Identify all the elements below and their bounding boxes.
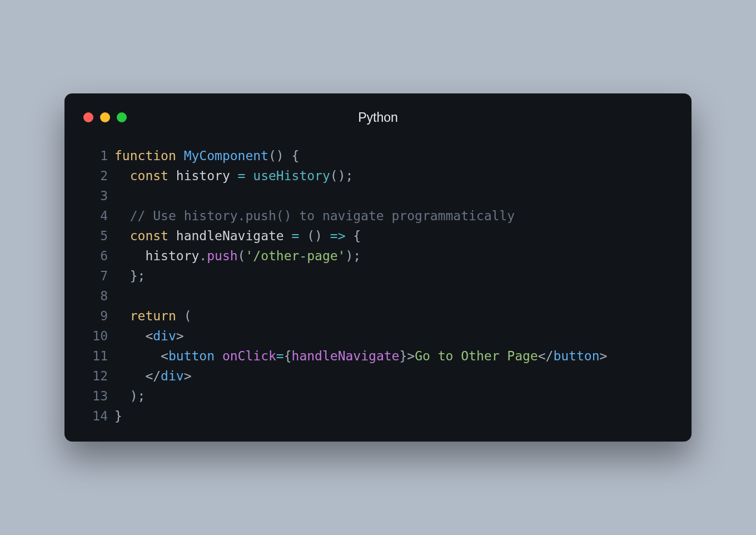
code-text: // Use history.push() to navigate progra…	[108, 206, 515, 226]
code-text: const handleNavigate = () => {	[108, 226, 361, 246]
minimize-icon[interactable]	[100, 112, 110, 122]
code-line: 4 // Use history.push() to navigate prog…	[82, 206, 674, 226]
line-number: 5	[82, 226, 108, 246]
code-text: }	[108, 406, 122, 426]
line-number: 4	[82, 206, 108, 226]
code-line: 5 const handleNavigate = () => {	[82, 226, 674, 246]
code-line: 3	[82, 186, 674, 206]
code-line: 14}	[82, 406, 674, 426]
line-number: 11	[82, 346, 108, 366]
line-number: 7	[82, 266, 108, 286]
code-text: return (	[108, 306, 192, 326]
code-text: <div>	[108, 326, 184, 346]
line-number: 12	[82, 366, 108, 386]
window-title: Python	[358, 110, 398, 125]
code-window: Python 1function MyComponent() {2 const …	[64, 93, 692, 442]
line-number: 1	[82, 146, 108, 166]
code-line: 1function MyComponent() {	[82, 146, 674, 166]
code-block: 1function MyComponent() {2 const history…	[82, 146, 674, 426]
code-text: };	[108, 266, 145, 286]
code-text: <button onClick={handleNavigate}>Go to O…	[108, 346, 607, 366]
code-line: 13 );	[82, 386, 674, 406]
code-text	[108, 286, 115, 306]
line-number: 10	[82, 326, 108, 346]
line-number: 14	[82, 406, 108, 426]
code-text: );	[108, 386, 145, 406]
code-line: 7 };	[82, 266, 674, 286]
code-line: 10 <div>	[82, 326, 674, 346]
line-number: 3	[82, 186, 108, 206]
code-text: </div>	[108, 366, 192, 386]
line-number: 9	[82, 306, 108, 326]
code-text	[108, 186, 115, 206]
code-line: 2 const history = useHistory();	[82, 166, 674, 186]
code-line: 6 history.push('/other-page');	[82, 246, 674, 266]
code-text: history.push('/other-page');	[108, 246, 361, 266]
line-number: 6	[82, 246, 108, 266]
close-icon[interactable]	[83, 112, 93, 122]
titlebar: Python	[82, 107, 674, 128]
code-line: 9 return (	[82, 306, 674, 326]
code-line: 12 </div>	[82, 366, 674, 386]
code-line: 8	[82, 286, 674, 306]
line-number: 8	[82, 286, 108, 306]
code-text: function MyComponent() {	[108, 146, 299, 166]
line-number: 2	[82, 166, 108, 186]
zoom-icon[interactable]	[117, 112, 127, 122]
traffic-lights	[83, 112, 127, 122]
code-text: const history = useHistory();	[108, 166, 353, 186]
line-number: 13	[82, 386, 108, 406]
code-line: 11 <button onClick={handleNavigate}>Go t…	[82, 346, 674, 366]
